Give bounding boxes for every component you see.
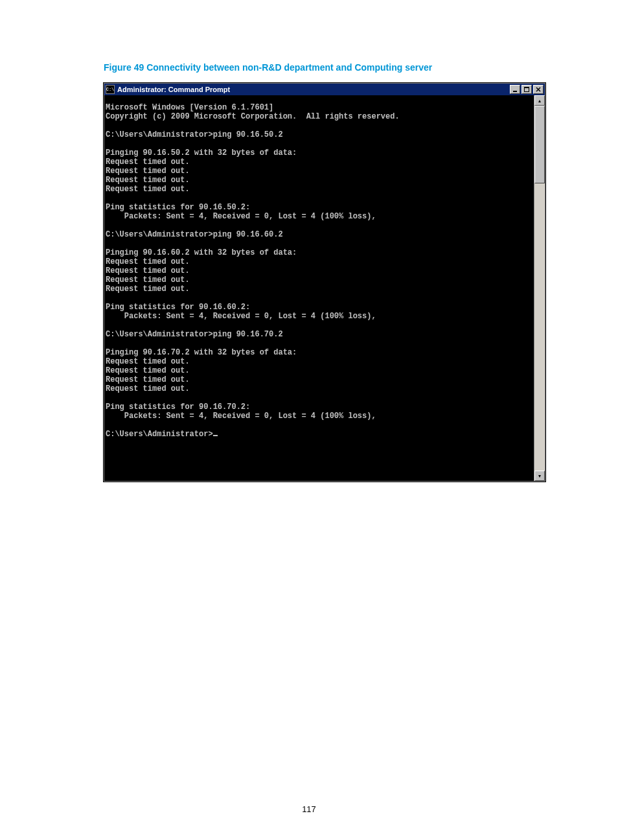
svg-rect-0 [513,91,517,92]
system-menu-icon[interactable]: C:\ [106,85,115,94]
command-prompt-window: C:\ Administrator: Command Prompt Micros… [104,83,545,482]
vertical-scrollbar[interactable]: ▴ ▾ [534,95,545,481]
close-button[interactable] [533,85,544,94]
scroll-up-button[interactable]: ▴ [534,95,545,106]
terminal-output[interactable]: Microsoft Windows [Version 6.1.7601] Cop… [104,103,534,473]
svg-rect-2 [524,87,529,88]
window-client-area: Microsoft Windows [Version 6.1.7601] Cop… [104,95,545,481]
window-titlebar[interactable]: C:\ Administrator: Command Prompt [104,84,545,95]
document-page: Figure 49 Connectivity between non-R&D d… [0,0,618,840]
terminal-cursor [213,435,218,436]
page-number: 117 [0,804,618,814]
window-title: Administrator: Command Prompt [117,86,509,93]
figure-caption: Figure 49 Connectivity between non-R&D d… [104,62,553,73]
scroll-track[interactable] [534,106,545,471]
maximize-button[interactable] [521,85,532,94]
minimize-button[interactable] [510,85,520,94]
window-controls [509,84,545,95]
scroll-thumb[interactable] [534,106,545,183]
scroll-down-button[interactable]: ▾ [534,471,545,481]
